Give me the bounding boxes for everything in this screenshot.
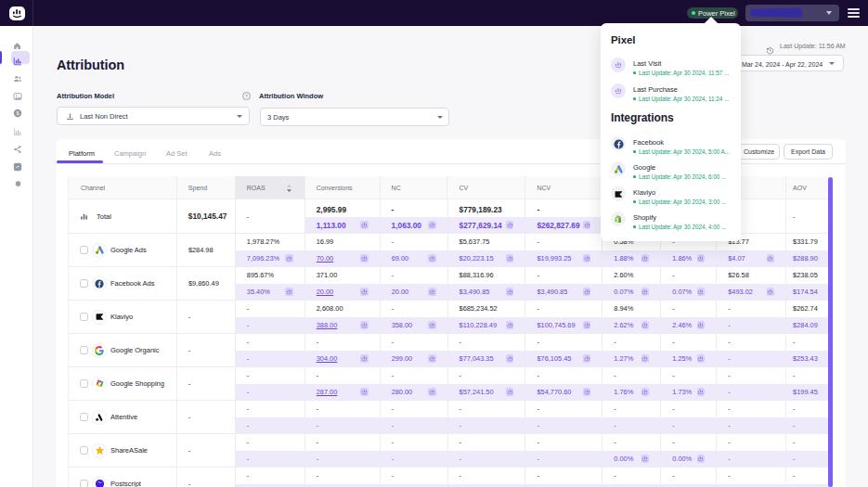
svg-text:$: $ [16, 110, 19, 116]
